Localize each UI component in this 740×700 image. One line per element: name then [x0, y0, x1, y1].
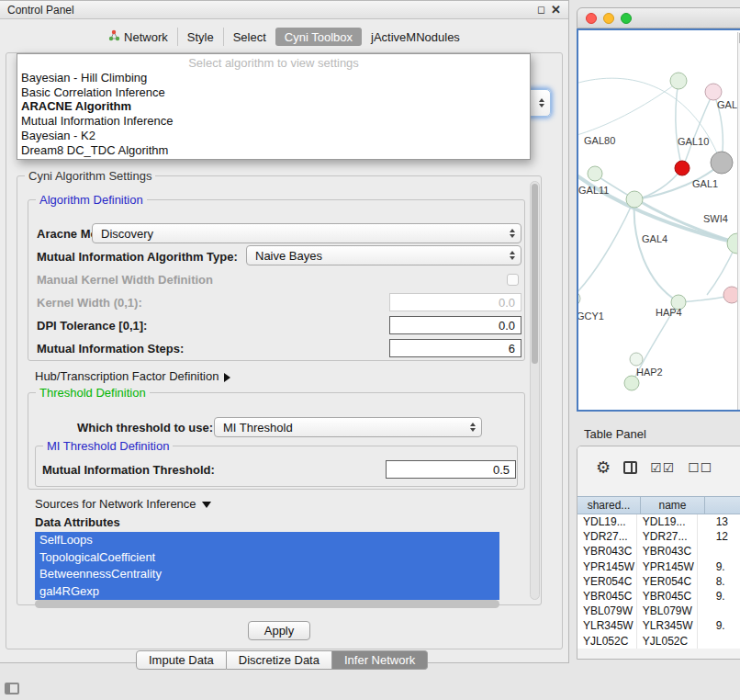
column-header[interactable]: name: [641, 496, 705, 514]
bottom-tab-infer-network[interactable]: Infer Network: [332, 650, 428, 670]
bottom-tab-impute-data[interactable]: Impute Data: [136, 650, 227, 670]
table-row[interactable]: YBL079WYBL079W: [577, 604, 740, 618]
network-canvas[interactable]: GALGAL80GAL10GAL11GAL1SWI4GAL4GCY1HAP4HA…: [577, 28, 740, 412]
network-edge[interactable]: [634, 200, 678, 301]
settings-scrollbar[interactable]: [530, 181, 540, 600]
float-panel-icon[interactable]: ◻: [537, 5, 545, 15]
network-edge[interactable]: [578, 82, 678, 136]
manual-kernel-checkbox[interactable]: [507, 274, 519, 286]
tab-jactivemnodules[interactable]: jActiveMNodules: [362, 28, 469, 46]
tab-cyni-toolbox[interactable]: Cyni Toolbox: [275, 28, 362, 46]
algorithm-option[interactable]: Bayesian - Hill Climbing: [17, 71, 530, 85]
node-label: GAL11: [578, 185, 609, 196]
algorithm-option[interactable]: Mutual Information Inference: [17, 114, 530, 129]
kernel-width-value: 0.0: [499, 296, 515, 310]
dpi-tolerance-field[interactable]: 0.0: [389, 316, 521, 334]
network-node[interactable]: [588, 166, 602, 181]
table-row[interactable]: YPR145WYPR145W9.: [577, 559, 740, 574]
table-row[interactable]: YJL052CYJL052C: [577, 634, 740, 649]
tab-label: Network: [124, 30, 168, 44]
minimize-window-icon[interactable]: [603, 13, 614, 24]
network-node[interactable]: [670, 73, 687, 89]
network-node[interactable]: [705, 84, 722, 100]
settings-gear-icon[interactable]: ⚙: [596, 459, 611, 476]
dock-panel-icon[interactable]: [5, 683, 19, 694]
hub-section-toggle[interactable]: Hub/Transcription Factor Definition: [35, 369, 230, 383]
combo-stepper-icon: [510, 251, 515, 260]
select-all-rows-icon[interactable]: ☑☑: [650, 461, 675, 474]
attribute-list-item[interactable]: SelfLoops: [35, 532, 499, 549]
mi-steps-field[interactable]: 6: [389, 339, 521, 357]
network-edge[interactable]: [578, 201, 633, 299]
table-row[interactable]: YBR045CYBR045C9.: [577, 589, 740, 604]
sources-section-toggle[interactable]: Sources for Network Inference: [35, 497, 211, 511]
control-panel-window: Control Panel ◻ ✕ NetworkStyleSelectCyni…: [0, 0, 569, 663]
attribute-list-item[interactable]: TopologicalCoefficient: [35, 549, 499, 567]
mi-type-value: Naive Bayes: [255, 249, 322, 263]
tab-style[interactable]: Style: [177, 28, 223, 46]
aracne-mode-select[interactable]: Discovery: [92, 223, 521, 243]
show-columns-icon[interactable]: [623, 461, 637, 474]
mi-type-select[interactable]: Naive Bayes: [246, 245, 521, 265]
network-node[interactable]: [630, 353, 643, 366]
node-label: HAP4: [656, 307, 682, 318]
table-row[interactable]: YLR345WYLR345W9.: [577, 618, 740, 633]
kernel-width-field[interactable]: 0.0: [389, 293, 521, 311]
mi-steps-label: Mutual Information Steps:: [37, 342, 184, 356]
attribute-list-item[interactable]: BetweennessCentrality: [35, 566, 499, 583]
network-node[interactable]: [711, 152, 733, 174]
network-node[interactable]: [626, 191, 643, 208]
network-edge[interactable]: [679, 296, 731, 302]
table-row[interactable]: YBR043CYBR043C: [577, 544, 740, 559]
tab-select[interactable]: Select: [223, 28, 275, 46]
table-row[interactable]: YER054CYER054C8.: [577, 574, 740, 589]
table-row[interactable]: YDL19...YDL19...13: [577, 514, 740, 529]
algorithm-option[interactable]: Bayesian - K2: [17, 129, 530, 143]
table-row[interactable]: YDR27...YDR27...12: [577, 529, 740, 544]
node-label: HAP2: [636, 367, 663, 378]
control-panel-tabbar: NetworkStyleSelectCyni ToolboxjActiveMNo…: [0, 27, 568, 47]
network-view-window: GALGAL80GAL10GAL11GAL1SWI4GAL4GCY1HAP4HA…: [577, 7, 740, 412]
settings-scrollbar-thumb[interactable]: [532, 184, 538, 364]
network-edge[interactable]: [578, 78, 721, 162]
network-icon: [108, 29, 120, 44]
node-label: SWI4: [703, 213, 728, 224]
network-edge[interactable]: [683, 92, 713, 167]
close-panel-icon[interactable]: ✕: [551, 4, 561, 16]
column-header[interactable]: [705, 496, 740, 514]
table-header-row: shared...name: [577, 496, 740, 514]
tab-network[interactable]: Network: [99, 28, 177, 46]
attributes-hscrollbar[interactable]: [35, 600, 499, 608]
table-cell: YBL079W: [637, 604, 698, 618]
table-cell: [698, 604, 740, 618]
network-window-titlebar[interactable]: [577, 7, 740, 28]
network-node[interactable]: [578, 291, 580, 306]
network-node[interactable]: [675, 161, 690, 175]
table-cell: 8.: [698, 574, 740, 589]
combo-stepper-icon: [539, 98, 544, 107]
apply-button[interactable]: Apply: [248, 621, 310, 640]
close-window-icon[interactable]: [586, 13, 597, 24]
data-attributes-list: SelfLoopsTopologicalCoefficientBetweenne…: [35, 532, 499, 600]
bottom-tab-discretize-data[interactable]: Discretize Data: [227, 650, 332, 670]
collapsed-arrow-icon: [224, 373, 230, 382]
tab-label: Cyni Toolbox: [285, 30, 353, 44]
algorithm-option[interactable]: Dream8 DC_TDC Algorithm: [17, 143, 530, 158]
algorithm-option[interactable]: ARACNE Algorithm: [17, 99, 530, 114]
deselect-all-rows-icon[interactable]: ☐☐: [688, 461, 712, 474]
table-cell: 13: [698, 514, 740, 529]
which-threshold-select[interactable]: MI Threshold: [214, 417, 482, 437]
node-label: GAL80: [584, 135, 615, 146]
network-node[interactable]: [624, 376, 639, 390]
mi-threshold-field[interactable]: 0.5: [386, 460, 516, 479]
zoom-window-icon[interactable]: [621, 13, 632, 24]
table-panel: ⚙ ☑☑ ☐☐ shared...name YDL19...YDL19...13…: [577, 446, 740, 660]
network-edge[interactable]: [676, 81, 682, 168]
node-label: GAL: [717, 99, 737, 110]
column-header[interactable]: shared...: [577, 496, 641, 514]
table-panel-title: Table Panel: [584, 427, 646, 441]
attribute-list-item[interactable]: gal4RGexp: [35, 583, 499, 601]
table-cell: 9.: [698, 618, 740, 633]
algorithm-option[interactable]: Basic Correlation Inference: [17, 85, 530, 100]
cyni-algorithm-settings-legend: Cyni Algorithm Settings: [25, 169, 155, 183]
